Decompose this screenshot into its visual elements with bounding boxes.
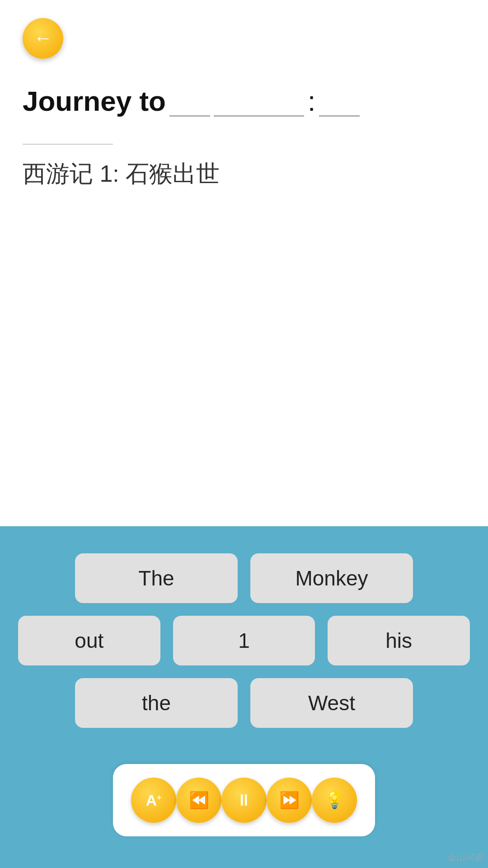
- forward-icon: ⏩: [279, 791, 300, 810]
- word-tile-out[interactable]: out: [18, 616, 160, 665]
- divider: [23, 144, 113, 145]
- back-arrow-icon: ←: [33, 28, 52, 47]
- lightbulb-icon: 💡: [324, 791, 345, 810]
- word-tile-1[interactable]: 1: [173, 616, 315, 665]
- pause-icon: ⏸: [236, 791, 252, 810]
- rewind-button[interactable]: ⏪: [176, 778, 221, 823]
- word-row-2: out 1 his: [18, 616, 470, 665]
- title-blank-3: [319, 92, 360, 117]
- word-row-1: The Monkey: [18, 553, 470, 603]
- word-tile-the-cap[interactable]: The: [75, 553, 238, 603]
- back-button[interactable]: ←: [23, 18, 63, 59]
- subtitle-chinese: 西游记 1: 石猴出世: [23, 158, 465, 190]
- title-line: Journey to :: [23, 86, 465, 117]
- watermark: 金山词霸: [447, 851, 483, 863]
- word-tile-his[interactable]: his: [328, 616, 470, 665]
- word-row-3: the West: [18, 678, 470, 728]
- word-grid: The Monkey out 1 his the West: [18, 553, 470, 728]
- title-blank-2: [214, 92, 304, 117]
- flashcard-icon: A+: [145, 792, 161, 809]
- rewind-icon: ⏪: [189, 791, 209, 810]
- forward-button[interactable]: ⏩: [267, 778, 312, 823]
- word-tile-west[interactable]: West: [250, 678, 413, 728]
- flashcard-button[interactable]: A+: [131, 778, 176, 823]
- word-selection-area: The Monkey out 1 his the West A+ ⏪ ⏸ ⏩ 💡: [0, 526, 488, 868]
- title-colon: :: [308, 86, 315, 117]
- lightbulb-button[interactable]: 💡: [312, 778, 357, 823]
- word-tile-monkey[interactable]: Monkey: [250, 553, 413, 603]
- title-blank-1: [169, 92, 210, 117]
- title-prefix: Journey to: [23, 86, 166, 117]
- word-tile-the-lower[interactable]: the: [75, 678, 238, 728]
- pause-button[interactable]: ⏸: [221, 778, 267, 823]
- toolbar: A+ ⏪ ⏸ ⏩ 💡: [113, 764, 375, 836]
- title-area: Journey to :: [23, 86, 465, 117]
